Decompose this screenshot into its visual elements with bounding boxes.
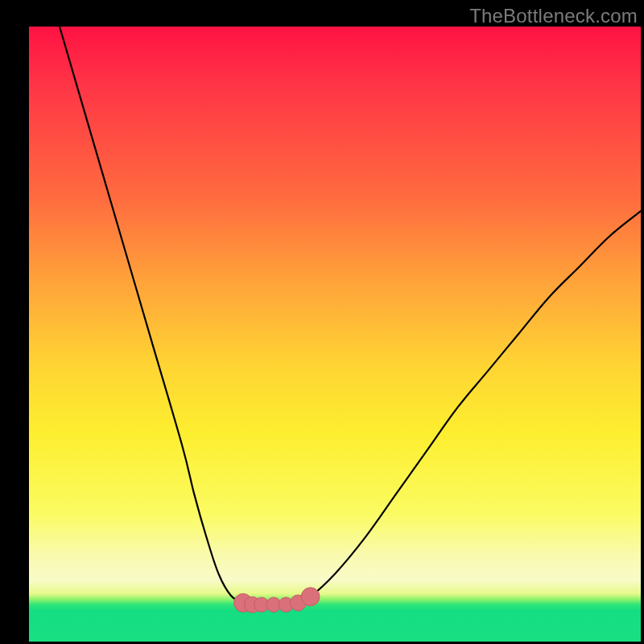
bottleneck-curve [60, 27, 641, 605]
watermark-text: TheBottleneck.com [469, 5, 638, 27]
plot-area [29, 27, 641, 642]
trough-marker [301, 588, 320, 606]
chart-frame: TheBottleneck.com [0, 0, 644, 644]
curve-svg [29, 27, 641, 642]
trough-markers [234, 588, 320, 613]
